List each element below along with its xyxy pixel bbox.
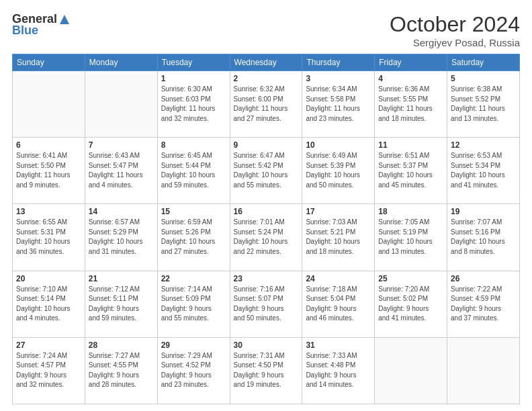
calendar-cell: 3Sunrise: 6:34 AM Sunset: 5:58 PM Daylig…	[302, 71, 375, 138]
day-number: 24	[306, 274, 371, 283]
day-number: 2	[234, 74, 299, 83]
day-detail: Sunrise: 7:22 AM Sunset: 4:59 PM Dayligh…	[451, 285, 516, 324]
day-detail: Sunrise: 6:45 AM Sunset: 5:44 PM Dayligh…	[161, 151, 226, 190]
day-number: 20	[16, 274, 81, 283]
day-number: 25	[378, 274, 443, 283]
calendar-cell: 27Sunrise: 7:24 AM Sunset: 4:57 PM Dayli…	[13, 337, 85, 404]
month-title: October 2024	[390, 12, 520, 37]
col-saturday: Saturday	[447, 54, 520, 71]
day-detail: Sunrise: 7:27 AM Sunset: 4:55 PM Dayligh…	[89, 351, 154, 390]
day-number: 14	[89, 207, 154, 216]
day-detail: Sunrise: 6:51 AM Sunset: 5:37 PM Dayligh…	[378, 151, 443, 190]
logo-blue: Blue	[12, 24, 38, 38]
day-number: 9	[234, 140, 299, 150]
calendar-cell	[85, 71, 157, 138]
day-detail: Sunrise: 6:30 AM Sunset: 6:03 PM Dayligh…	[161, 85, 226, 124]
day-detail: Sunrise: 6:53 AM Sunset: 5:34 PM Dayligh…	[451, 151, 516, 190]
col-tuesday: Tuesday	[157, 54, 230, 71]
day-detail: Sunrise: 7:20 AM Sunset: 5:02 PM Dayligh…	[378, 285, 443, 324]
day-detail: Sunrise: 7:12 AM Sunset: 5:11 PM Dayligh…	[89, 285, 154, 324]
day-detail: Sunrise: 7:33 AM Sunset: 4:48 PM Dayligh…	[306, 351, 371, 390]
calendar-cell	[13, 71, 85, 138]
calendar-cell: 9Sunrise: 6:47 AM Sunset: 5:42 PM Daylig…	[230, 138, 302, 204]
logo: General Blue	[12, 12, 71, 38]
col-wednesday: Wednesday	[230, 54, 302, 71]
day-number: 8	[161, 140, 226, 150]
day-detail: Sunrise: 7:05 AM Sunset: 5:19 PM Dayligh…	[378, 218, 443, 257]
calendar-table: Sunday Monday Tuesday Wednesday Thursday…	[12, 54, 520, 404]
day-detail: Sunrise: 6:41 AM Sunset: 5:50 PM Dayligh…	[16, 151, 81, 190]
header: General Blue October 2024 Sergiyev Posad…	[12, 12, 520, 48]
calendar-cell: 2Sunrise: 6:32 AM Sunset: 6:00 PM Daylig…	[230, 71, 302, 138]
calendar-cell: 24Sunrise: 7:18 AM Sunset: 5:04 PM Dayli…	[302, 271, 375, 337]
day-number: 6	[16, 140, 81, 150]
calendar-week-2: 6Sunrise: 6:41 AM Sunset: 5:50 PM Daylig…	[13, 138, 520, 204]
day-number: 28	[89, 340, 154, 350]
day-number: 18	[378, 207, 443, 216]
day-number: 21	[89, 274, 154, 283]
subtitle: Sergiyev Posad, Russia	[390, 37, 520, 48]
col-friday: Friday	[375, 54, 447, 71]
day-detail: Sunrise: 7:16 AM Sunset: 5:07 PM Dayligh…	[234, 285, 299, 324]
day-number: 29	[161, 340, 226, 350]
calendar-week-5: 27Sunrise: 7:24 AM Sunset: 4:57 PM Dayli…	[13, 337, 520, 404]
calendar-cell: 22Sunrise: 7:14 AM Sunset: 5:09 PM Dayli…	[157, 271, 230, 337]
col-monday: Monday	[85, 54, 157, 71]
calendar-cell: 17Sunrise: 7:03 AM Sunset: 5:21 PM Dayli…	[302, 204, 375, 271]
calendar-cell: 19Sunrise: 7:07 AM Sunset: 5:16 PM Dayli…	[447, 204, 520, 271]
day-number: 15	[161, 207, 226, 216]
col-sunday: Sunday	[13, 54, 85, 71]
calendar-cell: 25Sunrise: 7:20 AM Sunset: 5:02 PM Dayli…	[375, 271, 447, 337]
day-detail: Sunrise: 7:29 AM Sunset: 4:52 PM Dayligh…	[161, 351, 226, 390]
day-detail: Sunrise: 6:55 AM Sunset: 5:31 PM Dayligh…	[16, 218, 81, 257]
day-detail: Sunrise: 7:07 AM Sunset: 5:16 PM Dayligh…	[451, 218, 516, 257]
col-thursday: Thursday	[302, 54, 375, 71]
day-detail: Sunrise: 6:47 AM Sunset: 5:42 PM Dayligh…	[234, 151, 299, 190]
day-number: 27	[16, 340, 81, 350]
calendar-cell: 23Sunrise: 7:16 AM Sunset: 5:07 PM Dayli…	[230, 271, 302, 337]
calendar-cell: 8Sunrise: 6:45 AM Sunset: 5:44 PM Daylig…	[157, 138, 230, 204]
day-detail: Sunrise: 7:18 AM Sunset: 5:04 PM Dayligh…	[306, 285, 371, 324]
day-number: 4	[378, 74, 443, 83]
day-number: 30	[234, 340, 299, 350]
day-number: 17	[306, 207, 371, 216]
calendar-cell: 16Sunrise: 7:01 AM Sunset: 5:24 PM Dayli…	[230, 204, 302, 271]
day-detail: Sunrise: 6:59 AM Sunset: 5:26 PM Dayligh…	[161, 218, 226, 257]
day-detail: Sunrise: 6:38 AM Sunset: 5:52 PM Dayligh…	[451, 85, 516, 124]
day-number: 1	[161, 74, 226, 83]
calendar-cell: 5Sunrise: 6:38 AM Sunset: 5:52 PM Daylig…	[447, 71, 520, 138]
calendar-cell	[375, 337, 447, 404]
day-detail: Sunrise: 7:01 AM Sunset: 5:24 PM Dayligh…	[234, 218, 299, 257]
calendar-cell: 26Sunrise: 7:22 AM Sunset: 4:59 PM Dayli…	[447, 271, 520, 337]
day-number: 13	[16, 207, 81, 216]
day-detail: Sunrise: 7:14 AM Sunset: 5:09 PM Dayligh…	[161, 285, 226, 324]
svg-marker-0	[60, 15, 69, 24]
calendar-cell: 13Sunrise: 6:55 AM Sunset: 5:31 PM Dayli…	[13, 204, 85, 271]
calendar-week-4: 20Sunrise: 7:10 AM Sunset: 5:14 PM Dayli…	[13, 271, 520, 337]
calendar-cell: 15Sunrise: 6:59 AM Sunset: 5:26 PM Dayli…	[157, 204, 230, 271]
calendar-cell: 30Sunrise: 7:31 AM Sunset: 4:50 PM Dayli…	[230, 337, 302, 404]
day-number: 26	[451, 274, 516, 283]
day-detail: Sunrise: 6:34 AM Sunset: 5:58 PM Dayligh…	[306, 85, 371, 124]
day-number: 3	[306, 74, 371, 83]
header-row: Sunday Monday Tuesday Wednesday Thursday…	[13, 54, 520, 71]
calendar-cell	[447, 337, 520, 404]
day-number: 19	[451, 207, 516, 216]
calendar-cell: 20Sunrise: 7:10 AM Sunset: 5:14 PM Dayli…	[13, 271, 85, 337]
calendar-cell: 14Sunrise: 6:57 AM Sunset: 5:29 PM Dayli…	[85, 204, 157, 271]
day-number: 11	[378, 140, 443, 150]
day-detail: Sunrise: 6:32 AM Sunset: 6:00 PM Dayligh…	[234, 85, 299, 124]
calendar-cell: 11Sunrise: 6:51 AM Sunset: 5:37 PM Dayli…	[375, 138, 447, 204]
calendar-cell: 31Sunrise: 7:33 AM Sunset: 4:48 PM Dayli…	[302, 337, 375, 404]
day-detail: Sunrise: 7:24 AM Sunset: 4:57 PM Dayligh…	[16, 351, 81, 390]
day-number: 10	[306, 140, 371, 150]
calendar-cell: 21Sunrise: 7:12 AM Sunset: 5:11 PM Dayli…	[85, 271, 157, 337]
day-detail: Sunrise: 7:31 AM Sunset: 4:50 PM Dayligh…	[234, 351, 299, 390]
calendar-cell: 18Sunrise: 7:05 AM Sunset: 5:19 PM Dayli…	[375, 204, 447, 271]
calendar-week-3: 13Sunrise: 6:55 AM Sunset: 5:31 PM Dayli…	[13, 204, 520, 271]
day-number: 31	[306, 340, 371, 350]
calendar-cell: 10Sunrise: 6:49 AM Sunset: 5:39 PM Dayli…	[302, 138, 375, 204]
page: General Blue October 2024 Sergiyev Posad…	[0, 0, 532, 411]
calendar-cell: 12Sunrise: 6:53 AM Sunset: 5:34 PM Dayli…	[447, 138, 520, 204]
calendar-cell: 6Sunrise: 6:41 AM Sunset: 5:50 PM Daylig…	[13, 138, 85, 204]
